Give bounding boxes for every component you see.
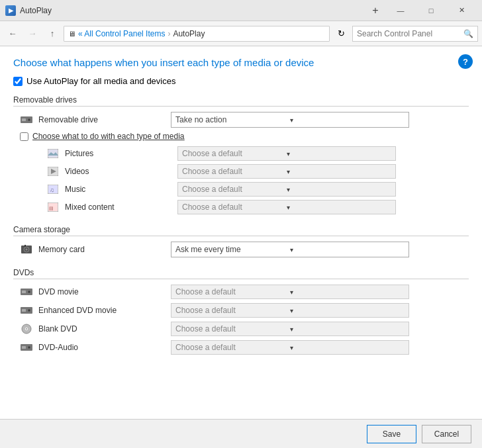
window-title: AutoPlay [20, 6, 365, 15]
removable-drives-section: Removable drives Removable drive Take no… [13, 95, 469, 214]
removable-drives-header: Removable drives [13, 95, 469, 107]
memory-card-label: Memory card [38, 245, 171, 254]
search-icon: 🔍 [463, 29, 473, 38]
app-icon: ▶ [5, 5, 16, 16]
removable-drive-dropdown[interactable]: Take no action ▾ [171, 112, 409, 128]
breadcrumb-root-icon: 🖥 [68, 30, 75, 38]
dvd-audio-label: DVD-Audio [38, 343, 171, 352]
sub-media-checkbox[interactable] [20, 132, 28, 141]
close-button[interactable]: ✕ [446, 0, 477, 21]
svg-point-27 [28, 310, 30, 311]
svg-rect-25 [22, 309, 26, 312]
blank-dvd-dropdown-arrow: ▾ [290, 326, 405, 333]
enhanced-dvd-value: Choose a default [175, 306, 290, 315]
dvd-audio-row: DVD-Audio Choose a default ▾ [13, 340, 469, 355]
dvds-header: DVDs [13, 268, 469, 279]
mixed-content-value: Choose a default [182, 202, 287, 212]
cancel-button[interactable]: Cancel [422, 425, 471, 443]
enhanced-dvd-label: Enhanced DVD movie [38, 306, 171, 315]
dvd-movie-value: Choose a default [175, 287, 290, 296]
address-bar: ← → ↑ 🖥 « All Control Panel Items › Auto… [0, 21, 482, 46]
dvd-audio-dropdown: Choose a default ▾ [171, 340, 409, 355]
svg-point-18 [26, 249, 28, 251]
dvd-audio-dropdown-arrow: ▾ [290, 344, 405, 351]
blank-dvd-icon [20, 324, 33, 334]
pictures-row: Pictures Choose a default ▾ [13, 146, 469, 161]
search-input[interactable] [357, 29, 462, 38]
music-value: Choose a default [182, 185, 287, 194]
music-row: ♫ Music Choose a default ▾ [13, 182, 469, 197]
mixed-content-dropdown: Choose a default ▾ [177, 200, 396, 214]
dvds-section: DVDs DVD movie Choose a default ▾ Enhanc… [13, 268, 469, 355]
memory-card-dropdown[interactable]: Ask me every time ▾ [171, 242, 409, 257]
sub-media-checkbox-row: Choose what to do with each type of medi… [13, 132, 469, 141]
blank-dvd-label: Blank DVD [38, 324, 171, 334]
dvd-movie-dropdown-arrow: ▾ [290, 289, 405, 296]
sub-media-label: Choose what to do with each type of medi… [32, 132, 184, 141]
save-button[interactable]: Save [367, 425, 416, 443]
camera-storage-section: Camera storage Memory card Ask me every … [13, 225, 469, 257]
memory-card-icon [20, 244, 33, 255]
breadcrumb-current: AutoPlay [173, 29, 205, 38]
mixed-content-dropdown-arrow: ▾ [287, 204, 391, 211]
mixed-content-row: ▤ Mixed content Choose a default ▾ [13, 200, 469, 214]
svg-rect-21 [22, 291, 26, 293]
page-title: Choose what happens when you insert each… [13, 57, 469, 68]
videos-icon [46, 166, 60, 177]
dropdown-arrow-icon: ▾ [290, 116, 405, 124]
videos-value: Choose a default [182, 167, 287, 176]
enhanced-dvd-icon [20, 305, 33, 316]
removable-drive-row: Removable drive Take no action ▾ [13, 112, 469, 128]
blank-dvd-row: Blank DVD Choose a default ▾ [13, 322, 469, 336]
content-area: ? Choose what happens when you insert ea… [0, 46, 482, 419]
window-body: ? Choose what happens when you insert ea… [0, 46, 482, 448]
dvd-audio-value: Choose a default [175, 343, 290, 352]
svg-text:♫: ♫ [50, 187, 54, 193]
pictures-dropdown: Choose a default ▾ [177, 146, 396, 161]
search-box[interactable]: 🔍 [352, 26, 478, 42]
dvd-movie-label: DVD movie [38, 287, 171, 296]
music-dropdown-arrow: ▾ [287, 186, 391, 193]
refresh-button[interactable]: ↻ [332, 25, 350, 42]
forward-button[interactable]: → [24, 25, 41, 42]
svg-point-3 [28, 119, 30, 120]
new-tab-button[interactable]: + [365, 0, 385, 21]
dvd-movie-dropdown: Choose a default ▾ [171, 285, 409, 299]
up-button[interactable]: ↑ [44, 25, 61, 42]
videos-dropdown: Choose a default ▾ [177, 164, 396, 179]
dvd-audio-icon [20, 342, 33, 353]
videos-label: Videos [65, 167, 177, 176]
svg-point-34 [28, 347, 30, 348]
videos-row: Videos Choose a default ▾ [13, 164, 469, 179]
memory-card-row: Memory card Ask me every time ▾ [13, 242, 469, 257]
restore-button[interactable]: □ [416, 0, 446, 21]
back-button[interactable]: ← [4, 25, 21, 42]
mixed-content-icon: ▤ [46, 202, 60, 212]
breadcrumb-root[interactable]: « All Control Panel Items [78, 29, 165, 38]
svg-text:▤: ▤ [49, 206, 54, 210]
blank-dvd-dropdown: Choose a default ▾ [171, 322, 409, 336]
pictures-value: Choose a default [182, 149, 287, 158]
help-button[interactable]: ? [458, 54, 473, 69]
svg-point-30 [26, 328, 27, 330]
memory-card-value: Ask me every time [175, 245, 290, 254]
minimize-button[interactable]: — [385, 0, 416, 21]
enhanced-dvd-dropdown-arrow: ▾ [290, 307, 405, 314]
svg-rect-32 [22, 346, 26, 349]
dvd-movie-icon [20, 287, 33, 297]
pictures-icon [46, 148, 60, 159]
camera-storage-header: Camera storage [13, 225, 469, 236]
bottom-bar: Save Cancel [0, 419, 482, 448]
videos-dropdown-arrow: ▾ [287, 168, 391, 175]
memory-card-dropdown-arrow: ▾ [290, 246, 405, 253]
svg-point-23 [28, 291, 30, 292]
removable-drive-label: Removable drive [38, 115, 171, 124]
removable-drive-icon [20, 114, 33, 125]
autoplay-checkbox[interactable] [13, 77, 23, 86]
breadcrumb: 🖥 « All Control Panel Items › AutoPlay [64, 26, 330, 42]
music-label: Music [65, 185, 177, 194]
pictures-label: Pictures [65, 149, 177, 158]
autoplay-checkbox-row: Use AutoPlay for all media and devices [13, 76, 469, 86]
dvd-movie-row: DVD movie Choose a default ▾ [13, 285, 469, 299]
removable-drive-value: Take no action [175, 115, 290, 124]
